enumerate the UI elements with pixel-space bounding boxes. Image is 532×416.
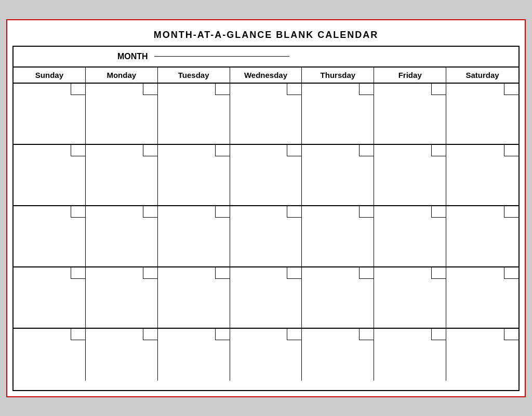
date-box [287,267,301,279]
cell-r5c6[interactable] [374,329,446,381]
date-box [359,329,374,340]
cell-r1c7[interactable] [446,84,518,144]
day-thursday: Thursday [302,68,374,83]
cell-r2c6[interactable] [374,145,446,205]
cell-r3c2[interactable] [86,206,158,266]
day-tuesday: Tuesday [158,68,230,83]
date-box [215,267,230,279]
day-friday: Friday [374,68,446,83]
calendar-page: MONTH-AT-A-GLANCE BLANK CALENDAR MONTH S… [6,19,526,397]
cell-r2c7[interactable] [446,145,518,205]
cell-r4c4[interactable] [230,267,302,328]
date-box [431,206,446,218]
cell-r1c3[interactable] [158,84,230,144]
cell-r2c5[interactable] [302,145,374,205]
cell-r4c2[interactable] [86,267,158,328]
date-box [71,84,85,95]
date-box [215,329,230,340]
cell-r4c1[interactable] [14,267,86,328]
date-box [287,329,301,340]
date-box [431,84,446,95]
date-box [504,267,518,279]
month-label: MONTH [117,52,148,61]
date-box [504,206,518,218]
calendar-container: MONTH Sunday Monday Tuesday Wednesday Th… [12,46,520,391]
date-box [215,84,230,95]
cell-r5c2[interactable] [86,329,158,381]
date-box [143,206,157,218]
day-saturday: Saturday [446,68,518,83]
date-box [143,84,157,95]
date-box [71,267,85,279]
date-box [143,145,157,156]
cell-r1c1[interactable] [14,84,86,144]
date-box [359,84,374,95]
calendar-row-5 [14,329,518,381]
calendar-row-4 [14,267,518,329]
day-wednesday: Wednesday [230,68,302,83]
cell-r3c7[interactable] [446,206,518,266]
cell-r3c6[interactable] [374,206,446,266]
cell-r4c5[interactable] [302,267,374,328]
date-box [359,145,374,156]
cell-r3c4[interactable] [230,206,302,266]
date-box [71,145,85,156]
month-header: MONTH [14,47,518,68]
cell-r5c5[interactable] [302,329,374,381]
date-box [287,145,301,156]
calendar-row-3 [14,206,518,267]
date-box [71,206,85,218]
cell-r2c2[interactable] [86,145,158,205]
cell-r4c7[interactable] [446,267,518,328]
date-box [431,329,446,340]
date-box [287,206,301,218]
days-header: Sunday Monday Tuesday Wednesday Thursday… [14,68,518,84]
cell-r5c3[interactable] [158,329,230,381]
calendar-grid [14,84,518,390]
calendar-row-1 [14,84,518,145]
date-box [143,267,157,279]
cell-r5c7[interactable] [446,329,518,381]
cell-r1c2[interactable] [86,84,158,144]
day-monday: Monday [86,68,158,83]
cell-r5c4[interactable] [230,329,302,381]
date-box [359,206,374,218]
cell-r3c1[interactable] [14,206,86,266]
cell-r5c1[interactable] [14,329,86,381]
date-box [215,206,230,218]
date-box [431,145,446,156]
cell-r2c3[interactable] [158,145,230,205]
date-box [504,329,518,340]
cell-r4c6[interactable] [374,267,446,328]
cell-r1c6[interactable] [374,84,446,144]
date-box [71,329,85,340]
cell-r3c3[interactable] [158,206,230,266]
date-box [359,267,374,279]
date-box [287,84,301,95]
date-box [143,329,157,340]
cell-r2c1[interactable] [14,145,86,205]
date-box [504,84,518,95]
page-title: MONTH-AT-A-GLANCE BLANK CALENDAR [12,25,520,46]
date-box [504,145,518,156]
month-line [154,56,289,57]
date-box [215,145,230,156]
day-sunday: Sunday [14,68,86,83]
cell-r2c4[interactable] [230,145,302,205]
cell-r3c5[interactable] [302,206,374,266]
calendar-row-2 [14,145,518,206]
cell-r1c5[interactable] [302,84,374,144]
cell-r4c3[interactable] [158,267,230,328]
date-box [431,267,446,279]
cell-r1c4[interactable] [230,84,302,144]
